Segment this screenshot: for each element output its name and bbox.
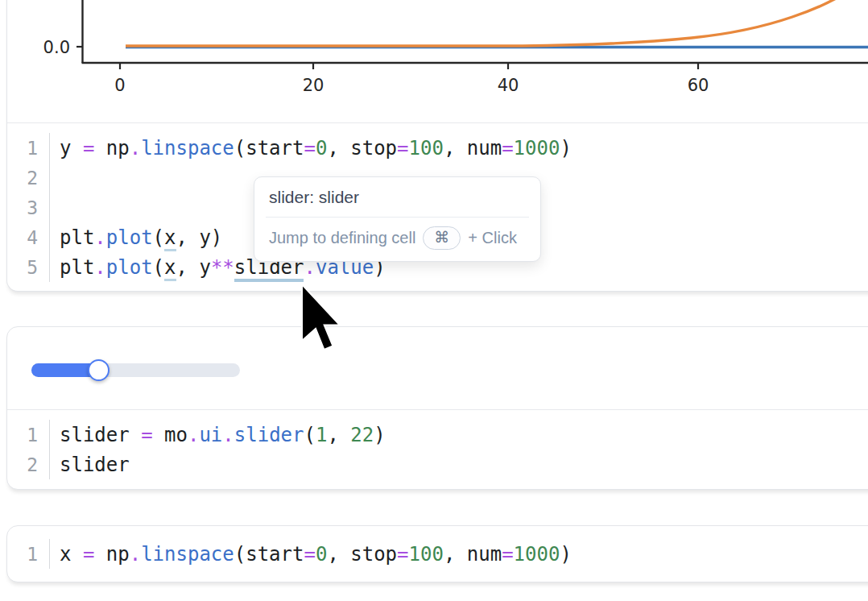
line-number: 4 <box>7 222 50 252</box>
code-token: = <box>397 137 408 160</box>
code-token: (start <box>234 137 304 160</box>
code-token: , y) <box>176 226 223 249</box>
code-token: (start <box>234 543 304 566</box>
code-token: = <box>502 137 513 160</box>
code-token: ) <box>560 543 571 566</box>
code-token: 100 <box>409 137 444 160</box>
code-token: ( <box>153 226 164 249</box>
code-token: = <box>304 543 315 566</box>
code-token: plot <box>106 256 153 279</box>
code-editor-slider[interactable]: 1slider = mo.ui.slider(1, 22)2slider <box>7 410 868 487</box>
code-token: , y <box>176 256 211 279</box>
code-token: plt <box>60 226 94 249</box>
code-text: slider = mo.ui.slider(1, 22) <box>50 424 386 446</box>
variable-link[interactable]: x <box>164 226 176 251</box>
code-token: ** <box>211 256 234 279</box>
code-text: slider <box>50 454 130 476</box>
code-token: y <box>60 137 83 160</box>
slider-track[interactable] <box>31 363 240 377</box>
code-token: plt <box>60 256 94 279</box>
code-line[interactable]: 1slider = mo.ui.slider(1, 22) <box>7 420 868 450</box>
variable-link[interactable]: x <box>164 256 176 281</box>
plot-output: 02040600.0 <box>7 0 868 122</box>
code-token: , num <box>444 137 502 160</box>
code-token: 0 <box>316 543 327 566</box>
code-token: 1 <box>316 424 327 446</box>
code-token: . <box>222 424 234 446</box>
code-token: x <box>60 543 83 566</box>
y-tick-label: 0.0 <box>43 38 70 57</box>
code-token: ( <box>304 424 315 446</box>
code-token: , stop <box>327 137 397 160</box>
code-token: np <box>94 543 129 566</box>
code-token: = <box>83 137 94 160</box>
tooltip-hint-row: Jump to defining cell ⌘ + Click <box>254 218 540 261</box>
notebook-page: 02040600.0 1y = np.linspace(start=0, sto… <box>0 0 868 601</box>
line-number: 1 <box>7 420 50 450</box>
code-token: 1000 <box>514 137 560 160</box>
code-token: = <box>397 543 408 566</box>
line-series-orange <box>126 0 868 46</box>
line-number: 3 <box>7 193 50 222</box>
code-token: , stop <box>327 543 397 566</box>
code-token: 100 <box>409 543 444 566</box>
variable-tooltip: slider: slider Jump to defining cell ⌘ +… <box>254 176 541 262</box>
slider-output <box>7 327 868 409</box>
cell-x: 1x = np.linspace(start=0, stop=100, num=… <box>6 525 868 582</box>
slider-thumb[interactable] <box>88 359 110 381</box>
line-number: 5 <box>7 252 50 282</box>
code-token: = <box>141 424 152 446</box>
command-key-icon: ⌘ <box>423 226 461 250</box>
code-token: ) <box>560 137 571 160</box>
code-token: mo <box>153 424 188 446</box>
code-token: slider <box>60 454 130 476</box>
code-text: x = np.linspace(start=0, stop=100, num=1… <box>50 543 572 566</box>
code-line[interactable]: 1x = np.linspace(start=0, stop=100, num=… <box>7 539 868 569</box>
code-token: ui <box>199 424 222 446</box>
cell-slider: 1slider = mo.ui.slider(1, 22)2slider <box>6 326 868 490</box>
line-number: 1 <box>7 539 50 569</box>
x-tick-label: 0 <box>114 76 125 95</box>
code-token: = <box>502 543 513 566</box>
x-tick-label: 60 <box>688 76 709 95</box>
code-token: ) <box>374 424 385 446</box>
code-token: . <box>188 424 199 446</box>
matplotlib-chart: 02040600.0 <box>7 0 868 122</box>
code-token: np <box>94 137 129 160</box>
code-token: . <box>94 256 105 279</box>
code-token: linspace <box>141 137 234 160</box>
line-number: 2 <box>7 450 50 479</box>
code-text: y = np.linspace(start=0, stop=100, num=1… <box>50 137 572 160</box>
line-number: 2 <box>7 163 50 193</box>
code-editor-x[interactable]: 1x = np.linspace(start=0, stop=100, num=… <box>7 526 868 582</box>
code-line[interactable]: 1y = np.linspace(start=0, stop=100, num=… <box>7 133 868 163</box>
code-token: = <box>83 543 94 566</box>
code-token: 22 <box>350 424 374 446</box>
code-token: slider <box>234 424 304 446</box>
code-token: . <box>130 137 141 160</box>
tooltip-hint-text: Jump to defining cell <box>269 229 415 247</box>
code-token: = <box>304 137 315 160</box>
mouse-cursor-pointer <box>300 283 350 357</box>
code-text: plt.plot(x, y) <box>50 226 222 249</box>
code-token: linspace <box>141 543 234 566</box>
code-token: , <box>327 424 350 446</box>
code-line[interactable]: 2slider <box>7 450 868 479</box>
code-token: ( <box>153 256 164 279</box>
code-token: plot <box>106 226 153 249</box>
code-token: . <box>94 226 105 249</box>
slider-widget[interactable] <box>31 356 241 383</box>
code-token: 0 <box>316 137 327 160</box>
code-token: , num <box>444 543 502 566</box>
x-tick-label: 40 <box>498 76 519 95</box>
tooltip-title: slider: slider <box>254 177 540 217</box>
x-tick-label: 20 <box>303 76 324 95</box>
tooltip-hint-suffix: + Click <box>468 229 517 247</box>
line-number: 1 <box>7 133 50 163</box>
code-token: slider <box>60 424 141 446</box>
code-token: 1000 <box>514 543 560 566</box>
code-token: . <box>130 543 141 566</box>
